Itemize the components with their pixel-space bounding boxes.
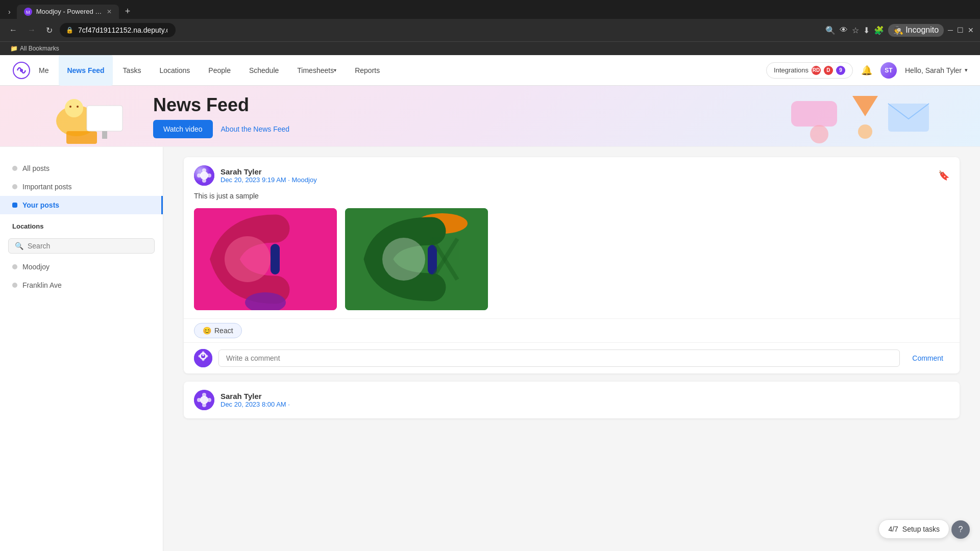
svg-point-35 (202, 354, 204, 356)
svg-point-44 (197, 398, 201, 402)
svg-point-8 (65, 99, 83, 117)
svg-point-43 (202, 403, 206, 407)
lock-icon: 🔒 (66, 27, 74, 34)
forward-btn[interactable]: → (24, 23, 39, 37)
help-btn[interactable]: ? (951, 520, 970, 539)
post-1-date: Dec 20, 2023 9:19 AM · Moodjoy (220, 176, 932, 184)
address-bar-wrap: 🔒 (60, 23, 821, 37)
extensions-icon[interactable]: 🧩 (874, 26, 884, 35)
download-icon[interactable]: ⬇ (863, 26, 870, 35)
bookmark-bar: 📁 All Bookmarks (0, 41, 980, 55)
svg-text:M: M (26, 10, 30, 15)
incognito-badge: 🕵 Incognito (888, 24, 944, 37)
nav-item-me[interactable]: Me (31, 55, 57, 86)
nav-item-locations[interactable]: Locations (151, 55, 198, 86)
post-2-date: Dec 20, 2023 8:00 AM · (220, 400, 949, 408)
svg-point-37 (202, 359, 205, 361)
post-1-bookmark-icon[interactable]: 🔖 (938, 170, 949, 181)
tab-title: Moodjoy - Powered By Deputy... (36, 8, 103, 15)
sidebar-item-important-posts[interactable]: Important posts (0, 178, 163, 196)
svg-point-45 (207, 398, 211, 402)
svg-point-23 (225, 236, 271, 282)
locations-section-title: Locations (0, 214, 163, 234)
hero-illustration-right (786, 91, 939, 147)
integrations-label: Integrations (774, 66, 808, 74)
user-chevron-icon: ▾ (965, 67, 968, 73)
post-1-images (184, 208, 960, 318)
svg-point-42 (202, 393, 206, 397)
comment-avatar (194, 349, 212, 367)
hero-title: News Feed (153, 94, 289, 116)
post-1-location[interactable]: Moodjoy (292, 176, 317, 184)
about-link[interactable]: About the News Feed (221, 125, 290, 133)
svg-point-9 (69, 106, 71, 108)
nav-item-schedule[interactable]: Schedule (241, 55, 287, 86)
integrations-btn[interactable]: Integrations RD D 9 (766, 62, 853, 79)
moodjoy-dot (12, 264, 17, 269)
post-1-header: Sarah Tyler Dec 20, 2023 9:19 AM · Moodj… (184, 157, 960, 190)
comment-btn[interactable]: Comment (906, 350, 949, 366)
post-1-body: This is just a sample (184, 190, 960, 208)
post-2-header: Sarah Tyler Dec 20, 2023 8:00 AM · (184, 382, 960, 414)
main-layout: All posts Important posts Your posts Loc… (0, 147, 980, 551)
setup-label: Setup tasks (902, 525, 940, 533)
hero-banner: News Feed Watch video About the News Fee… (0, 86, 980, 147)
nav-item-people[interactable]: People (200, 55, 239, 86)
post-2-author: Sarah Tyler (220, 392, 949, 400)
bookmarks-btn[interactable]: 📁 All Bookmarks (6, 44, 63, 53)
address-bar[interactable] (60, 23, 176, 37)
nav-item-reports[interactable]: Reports (347, 55, 388, 86)
react-btn[interactable]: 😊 React (194, 323, 242, 338)
post-2-meta: Sarah Tyler Dec 20, 2023 8:00 AM · (220, 392, 949, 408)
setup-tasks-btn[interactable]: 4/7 Setup tasks (878, 519, 949, 539)
active-tab[interactable]: M Moodjoy - Powered By Deputy... ✕ (17, 5, 119, 19)
svg-point-19 (202, 179, 206, 183)
locations-search-input[interactable] (28, 242, 148, 250)
important-posts-dot (12, 184, 17, 189)
post-1-avatar (194, 165, 214, 186)
svg-marker-12 (852, 96, 878, 116)
post-card-2: Sarah Tyler Dec 20, 2023 8:00 AM · (184, 382, 960, 418)
new-tab-btn[interactable]: + (121, 4, 135, 19)
post-1-meta: Sarah Tyler Dec 20, 2023 9:19 AM · Moodj… (220, 167, 932, 184)
sidebar-location-franklin[interactable]: Franklin Ave (0, 276, 163, 294)
back-btn[interactable]: ← (6, 23, 20, 37)
hello-user-btn[interactable]: Hello, Sarah Tyler ▾ (905, 66, 968, 74)
watch-video-btn[interactable]: Watch video (153, 120, 213, 138)
tab-left-btn[interactable]: › (4, 6, 15, 18)
hero-actions: Watch video About the News Feed (153, 120, 289, 138)
sidebar-item-your-posts[interactable]: Your posts (0, 196, 163, 214)
tab-close-btn[interactable]: ✕ (107, 8, 112, 15)
window-minimize-btn[interactable]: ─ (948, 26, 953, 34)
nav-item-tasks[interactable]: Tasks (115, 55, 150, 86)
incognito-label: Incognito (905, 26, 939, 35)
hero-illustration-left (36, 86, 138, 146)
all-posts-dot (12, 166, 17, 171)
comment-section: Comment (184, 342, 960, 373)
search-icon[interactable]: 🔍 (825, 26, 836, 35)
window-maximize-btn[interactable]: ☐ (957, 26, 964, 34)
app-nav: Me News Feed Tasks Locations People Sche… (0, 55, 980, 86)
post-image-pink (194, 208, 337, 310)
svg-point-41 (200, 396, 208, 404)
sidebar-location-moodjoy[interactable]: Moodjoy (0, 258, 163, 276)
eye-icon[interactable]: 👁 (840, 26, 848, 35)
franklin-dot (12, 283, 17, 288)
post-card-1: Sarah Tyler Dec 20, 2023 9:19 AM · Moodj… (184, 157, 960, 373)
svg-point-15 (858, 124, 872, 139)
react-label: React (214, 327, 233, 335)
sidebar-item-all-posts[interactable]: All posts (0, 159, 163, 178)
nav-item-timesheets[interactable]: Timesheets ▾ (289, 55, 345, 86)
svg-rect-11 (791, 101, 837, 127)
svg-point-21 (207, 173, 211, 178)
window-close-btn[interactable]: ✕ (968, 26, 974, 34)
notifications-bell[interactable]: 🔔 (861, 65, 872, 76)
comment-input[interactable] (218, 349, 900, 367)
locations-search-box[interactable]: 🔍 (8, 238, 155, 254)
svg-point-28 (382, 238, 425, 281)
user-avatar: ST (880, 62, 897, 79)
nav-item-newsfeed[interactable]: News Feed (59, 55, 112, 86)
refresh-btn[interactable]: ↻ (43, 23, 56, 37)
star-icon[interactable]: ☆ (852, 26, 859, 35)
svg-point-39 (206, 355, 208, 358)
